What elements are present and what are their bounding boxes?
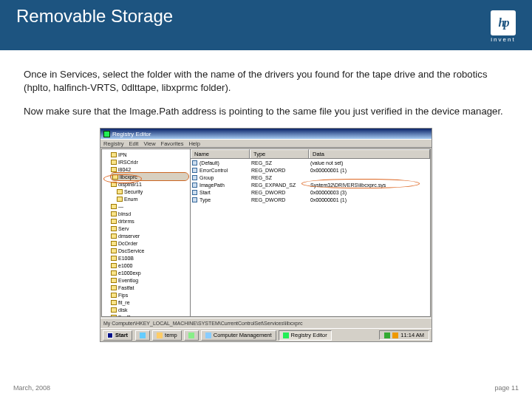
folder-icon <box>111 307 117 313</box>
menu-item[interactable]: Edit <box>129 140 139 147</box>
column-header[interactable]: Data <box>309 149 430 158</box>
folder-icon <box>117 197 123 202</box>
folder-icon <box>111 270 117 276</box>
tree-node[interactable]: DscService <box>111 247 188 254</box>
value-icon <box>192 160 197 166</box>
taskbar-button[interactable]: Computer Management <box>201 330 276 341</box>
hp-logo-sub: invent <box>491 36 515 43</box>
tree-node[interactable]: Eventlog <box>111 276 188 284</box>
tree-node[interactable]: fit_re <box>111 299 188 306</box>
clock: 11:14 AM <box>400 332 424 338</box>
folder-icon <box>111 248 117 253</box>
taskbar-button[interactable] <box>135 330 150 341</box>
folder-icon <box>117 189 123 194</box>
tree-node[interactable]: Fips <box>111 291 188 299</box>
folder-icon <box>111 256 117 261</box>
tray-icon <box>392 332 398 338</box>
list-row[interactable]: (Default)REG_SZ(value not set) <box>191 159 430 166</box>
tree-node[interactable]: Enum <box>117 195 188 202</box>
folder-icon <box>111 263 117 268</box>
tree-node[interactable]: bInsd <box>111 210 188 217</box>
value-icon <box>192 168 197 173</box>
app-icon <box>103 131 110 137</box>
value-icon <box>192 175 197 180</box>
screenshot-regedit: Registry Editor RegistryEditViewFavorite… <box>100 128 432 342</box>
taskbar-button[interactable]: temp <box>152 330 182 341</box>
value-icon <box>192 197 197 202</box>
window-titlebar: Registry Editor <box>100 129 432 139</box>
taskbar-button[interactable]: Registry Editor <box>279 330 332 341</box>
registry-listview[interactable]: NameTypeData (Default)REG_SZ(value not s… <box>191 149 430 316</box>
slide-body: Once in Services, select the folder with… <box>0 50 532 342</box>
app-icon <box>157 332 163 338</box>
window-title: Registry Editor <box>112 131 151 137</box>
slide-header: Removable Storage hp invent <box>0 0 532 50</box>
folder-icon <box>111 219 117 224</box>
folder-icon <box>111 293 117 298</box>
highlight-circle-icon <box>301 179 420 188</box>
menu-item[interactable]: Registry <box>103 140 124 147</box>
folder-icon <box>111 300 117 305</box>
folder-icon <box>111 152 117 157</box>
instruction-2: Now make sure that the Image.Path addres… <box>24 105 508 118</box>
folder-icon <box>111 226 117 231</box>
value-icon <box>192 190 197 195</box>
hp-logo: hp invent <box>491 10 516 43</box>
taskbar-button[interactable] <box>184 330 199 341</box>
status-bar: My Computer\HKEY_LOCAL_MACHINE\SYSTEM\Cu… <box>100 318 432 328</box>
tree-node[interactable]: e1000 <box>111 262 188 269</box>
value-icon <box>192 183 197 188</box>
hp-logo-icon: hp <box>491 10 516 35</box>
registry-tree[interactable]: IPNIRSCridri8042libcxprcdisptrBr11Securi… <box>102 149 191 316</box>
folder-icon <box>111 315 117 317</box>
tree-node[interactable]: i8042 <box>111 166 188 173</box>
folder-icon <box>111 233 117 239</box>
menu-bar: RegistryEditViewFavoritesHelp <box>100 139 432 148</box>
folder-icon <box>111 167 117 172</box>
folder-icon <box>111 211 117 216</box>
windows-icon <box>107 332 113 338</box>
folder-icon <box>111 278 117 283</box>
folder-icon <box>111 285 117 290</box>
column-header[interactable]: Name <box>191 149 250 158</box>
menu-item[interactable]: View <box>143 140 155 147</box>
list-row[interactable]: TypeREG_DWORD0x00000001 (1) <box>191 196 430 203</box>
slide-footer: March, 2008 page 11 <box>0 384 532 392</box>
tree-node[interactable]: IPN <box>111 151 188 158</box>
column-header[interactable]: Type <box>250 149 309 158</box>
tree-node[interactable]: IRSCridr <box>111 158 188 166</box>
list-row[interactable]: StartREG_DWORD0x00000003 (3) <box>191 188 430 196</box>
list-header: NameTypeData <box>191 149 430 159</box>
tree-node[interactable]: Serv <box>111 225 188 232</box>
taskbar: Start tempComputer ManagementRegistry Ed… <box>100 328 432 341</box>
instruction-1: Once in Services, select the folder with… <box>24 68 508 95</box>
tree-node[interactable]: e1000exp <box>111 269 188 276</box>
window-body: IPNIRSCridri8042libcxprcdisptrBr11Securi… <box>101 149 431 317</box>
tree-node[interactable]: — <box>111 202 188 210</box>
start-button[interactable]: Start <box>103 330 132 341</box>
folder-icon <box>111 204 117 209</box>
system-tray[interactable]: 11:14 AM <box>379 330 429 340</box>
tree-node[interactable]: Fastfat <box>111 284 188 291</box>
page-title: Removable Storage <box>16 6 173 27</box>
folder-icon <box>111 160 117 165</box>
tree-node[interactable]: dmserver <box>111 232 188 239</box>
tree-node[interactable]: disk <box>111 306 188 313</box>
app-icon <box>140 332 146 338</box>
menu-item[interactable]: Help <box>188 140 200 147</box>
tree-node[interactable]: DcOrder <box>111 239 188 247</box>
app-icon <box>205 332 211 338</box>
app-icon <box>283 332 289 338</box>
app-icon <box>188 332 194 338</box>
footer-page: page 11 <box>494 384 519 392</box>
folder-icon <box>111 241 117 246</box>
tree-node[interactable]: E100B <box>111 254 188 262</box>
tree-node[interactable]: Fs_Rec <box>111 313 188 316</box>
tree-node[interactable]: Security <box>117 188 188 195</box>
list-row[interactable]: ErrorControlREG_DWORD0x00000001 (1) <box>191 166 430 174</box>
tree-node[interactable]: drbrms <box>111 217 188 225</box>
tray-icon <box>384 332 390 338</box>
menu-item[interactable]: Favorites <box>161 140 184 147</box>
footer-date: March, 2008 <box>13 384 50 392</box>
